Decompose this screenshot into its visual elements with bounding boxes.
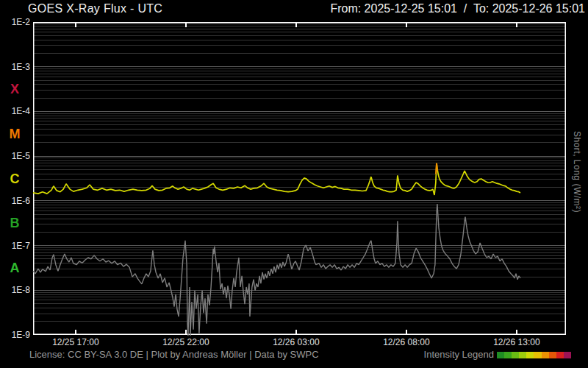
plot-border	[34, 23, 566, 335]
legend-color-swatch	[549, 352, 556, 358]
chart-title: GOES X-Ray Flux - UTC	[28, 2, 162, 15]
legend-color-swatch	[504, 352, 512, 358]
y-tick-label: 1E-7	[7, 241, 30, 251]
x-tick-label: 12/26 08:00	[373, 337, 440, 347]
legend-color-swatch	[556, 352, 564, 358]
right-axis-label: Short, Long (W/m²)	[567, 131, 582, 344]
class-letter-a: A	[6, 261, 24, 275]
y-tick-label: 1E-6	[7, 196, 30, 206]
minor-gridlines	[33, 24, 566, 322]
license-text: License: CC BY-SA 3.0 DE | Plot by Andre…	[29, 349, 319, 360]
legend-color-swatch	[526, 352, 534, 358]
time-range-label: From: 2025-12-25 15:01 / To: 2025-12-26 …	[330, 2, 585, 15]
y-tick-label: 1E-2	[7, 17, 30, 27]
goes-xray-flux-page: { "header": { "title": "GOES X-Ray Flux …	[0, 0, 588, 368]
class-letter-c: C	[6, 171, 24, 186]
legend-color-swatch	[534, 352, 541, 358]
y-tick-label: 1E-5	[7, 151, 30, 161]
class-letter-x: X	[6, 82, 24, 96]
x-tick-label: 12/25 17:00	[43, 337, 109, 347]
y-tick-label: 1E-3	[7, 62, 30, 72]
x-tick-label: 12/26 13:00	[484, 337, 550, 347]
intensity-legend-bar	[497, 352, 571, 358]
class-letter-m: M	[6, 127, 24, 141]
xray-flux-plot	[0, 0, 588, 368]
y-tick-label: 1E-8	[7, 285, 30, 295]
legend-color-swatch	[497, 352, 504, 358]
y-tick-label: 1E-9	[7, 330, 30, 340]
legend-color-swatch	[542, 352, 549, 358]
y-tick-label: 1E-4	[7, 106, 30, 116]
x-tick-label: 12/26 03:00	[263, 337, 329, 347]
legend-color-swatch	[519, 352, 526, 358]
hour-tick-marks	[76, 23, 517, 334]
x-tick-label: 12/25 22:00	[153, 337, 219, 347]
flare-peak-overlay	[436, 163, 437, 174]
series-short	[33, 204, 520, 336]
class-letter-b: B	[6, 216, 24, 230]
legend-color-swatch	[512, 352, 519, 358]
intensity-legend-label: Intensity Legend	[397, 349, 494, 360]
legend-color-swatch	[564, 352, 571, 358]
